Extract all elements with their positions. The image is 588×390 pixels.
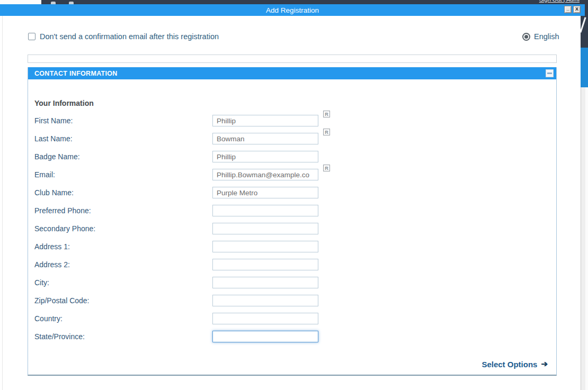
modal-title: Add Registration [266, 6, 319, 14]
contact-fields: First Name: R Last Name: R Badge Name: R [34, 112, 550, 346]
field-row-state-province: State/Province: R [34, 328, 550, 346]
backdrop-banner-edge [581, 48, 588, 87]
input-wrap: R [212, 331, 318, 342]
email-label: Email: [34, 170, 212, 179]
input-wrap: R [212, 115, 318, 126]
zip-postal-code-input[interactable] [212, 295, 318, 306]
input-wrap: R [212, 313, 318, 324]
badge-name-label: Badge Name: [34, 152, 212, 161]
input-wrap: R [212, 241, 318, 252]
radio-dot [524, 35, 528, 39]
field-row-club-name: Club Name: R [34, 184, 550, 202]
backdrop-scrollbar-edge[interactable] [581, 87, 588, 390]
club-name-label: Club Name: [34, 188, 212, 197]
email-input[interactable] [212, 169, 318, 180]
select-options-label: Select Options [482, 360, 537, 369]
required-badge: R [323, 129, 330, 135]
state-province-label: State/Province: [34, 332, 212, 341]
last-name-label: Last Name: [34, 134, 212, 143]
input-wrap: R [212, 277, 318, 288]
field-row-address-2: Address 2: R [34, 256, 550, 274]
address-1-label: Address 1: [34, 242, 212, 251]
minimize-button[interactable]: _ [564, 6, 572, 13]
backdrop-header-edge [581, 16, 588, 48]
language-row: English [522, 32, 559, 41]
input-wrap: R [212, 259, 318, 270]
backdrop-edge [585, 4, 588, 16]
preferred-phone-label: Preferred Phone: [34, 206, 212, 215]
input-wrap: R [212, 295, 318, 306]
field-row-secondary-phone: Secondary Phone: R [34, 220, 550, 238]
address-2-input[interactable] [212, 259, 318, 270]
contact-information-panel: CONTACT INFORMATION Your Information Fir… [28, 67, 557, 376]
zip-postal-code-label: Zip/Postal Code: [34, 296, 212, 305]
backdrop-topbar: Sign Out | Admi [0, 0, 588, 4]
first-name-input[interactable] [212, 115, 318, 126]
input-wrap: R [212, 187, 318, 198]
field-row-country: Country: R [34, 310, 550, 328]
state-province-input[interactable] [212, 331, 318, 342]
input-wrap: R [212, 205, 318, 216]
minus-icon [547, 72, 552, 74]
input-wrap: R [212, 223, 318, 234]
field-row-first-name: First Name: R [34, 112, 550, 130]
field-row-last-name: Last Name: R [34, 130, 550, 148]
no-confirmation-checkbox[interactable] [28, 33, 35, 40]
arrow-right-icon: ➔ [541, 359, 548, 369]
first-name-label: First Name: [34, 116, 212, 125]
city-label: City: [34, 278, 212, 287]
field-row-email: Email: R [34, 166, 550, 184]
logo-mark [581, 17, 586, 32]
badge-name-input[interactable] [212, 151, 318, 162]
contact-panel-body: Your Information First Name: R Last Name… [28, 79, 556, 375]
no-confirmation-label: Don't send a confirmation email after th… [40, 32, 219, 41]
address-1-input[interactable] [212, 241, 318, 252]
window-controls: _ X [564, 6, 581, 13]
field-row-city: City: R [34, 274, 550, 292]
required-badge: R [323, 165, 330, 171]
input-wrap: R [212, 169, 318, 180]
backdrop-right-strip [581, 16, 588, 390]
input-wrap: R [212, 151, 318, 162]
secondary-phone-label: Secondary Phone: [34, 224, 212, 233]
modal-titlebar: Add Registration _ X [0, 4, 585, 16]
country-label: Country: [34, 314, 212, 323]
address-2-label: Address 2: [34, 260, 212, 269]
confirmation-row: Don't send a confirmation email after th… [28, 32, 219, 41]
contact-section-title: CONTACT INFORMATION [28, 70, 118, 77]
your-information-heading: Your Information [34, 99, 94, 107]
backdrop-signout-links[interactable]: Sign Out | Admi [539, 0, 580, 3]
english-label: English [534, 32, 559, 41]
close-button[interactable]: X [573, 6, 581, 13]
club-name-input[interactable] [212, 187, 318, 198]
input-wrap: R [212, 133, 318, 144]
last-name-input[interactable] [212, 133, 318, 144]
country-input[interactable] [212, 313, 318, 324]
backdrop-white-strip [0, 0, 41, 4]
field-row-badge-name: Badge Name: R [34, 148, 550, 166]
field-row-address-1: Address 1: R [34, 238, 550, 256]
preferred-phone-input[interactable] [212, 205, 318, 216]
required-badge: R [323, 111, 330, 117]
contact-section-header: CONTACT INFORMATION [28, 67, 556, 79]
select-options-link[interactable]: Select Options ➔ [482, 359, 548, 369]
secondary-phone-input[interactable] [212, 223, 318, 234]
empty-status-bar [28, 55, 557, 63]
backdrop-scroll-track [585, 87, 588, 390]
collapse-section-button[interactable] [546, 69, 554, 77]
city-input[interactable] [212, 277, 318, 288]
field-row-preferred-phone: Preferred Phone: R [34, 202, 550, 220]
english-radio[interactable] [522, 33, 530, 41]
field-row-zip-postal-code: Zip/Postal Code: R [34, 292, 550, 310]
modal-left-border [2, 16, 3, 390]
